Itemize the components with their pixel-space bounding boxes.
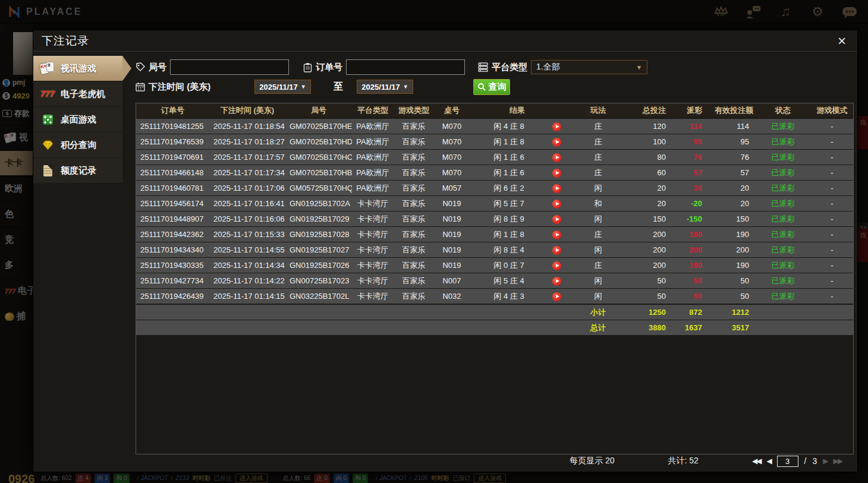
cell-platform: 卡卡湾厅 xyxy=(352,245,394,255)
dialog-title: 下注记录 xyxy=(33,33,89,49)
cell-time: 2025-11-17 01:14:34 xyxy=(209,261,285,270)
replay-cell xyxy=(548,152,565,162)
cell-valid_bet: 190 xyxy=(712,261,756,270)
prev-page-icon[interactable]: ◀ xyxy=(766,457,770,465)
tag-icon xyxy=(136,62,145,72)
cell-payout: -150 xyxy=(672,214,712,223)
sidebar-item-video-games[interactable]: K♥ 9 视讯游戏 xyxy=(33,56,122,81)
replay-button[interactable] xyxy=(552,292,561,301)
cell-mode: - xyxy=(810,261,854,270)
cell-result: 闲 0 庄 7 xyxy=(470,260,548,271)
close-icon[interactable]: × xyxy=(835,34,849,48)
cell-order: 251117019434340 xyxy=(136,245,209,254)
last-page-icon[interactable]: ▶▶ xyxy=(834,457,842,465)
sidebar-item-slots[interactable]: 777 电子老虎机 xyxy=(33,81,122,106)
cell-play_type: 庄 xyxy=(565,152,631,163)
replay-button[interactable] xyxy=(552,184,561,193)
cell-time: 2025-11-17 01:17:34 xyxy=(209,168,285,177)
cell-time: 2025-11-17 01:14:22 xyxy=(209,276,285,285)
cell-payout: 114 xyxy=(672,122,712,131)
cell-payout: 76 xyxy=(672,153,712,162)
cell-order: 251117019470691 xyxy=(136,153,209,162)
replay-button[interactable] xyxy=(552,138,561,147)
platform-type-select[interactable]: 1.全部 ▼ xyxy=(531,60,647,74)
cell-valid_bet: 76 xyxy=(712,153,756,162)
replay-button[interactable] xyxy=(552,200,561,209)
next-page-icon[interactable]: ▶ xyxy=(823,457,827,465)
total-total-bet: 3880 xyxy=(631,323,672,332)
replay-button[interactable] xyxy=(552,261,561,270)
cell-time: 2025-11-17 01:14:55 xyxy=(209,245,285,254)
replay-button[interactable] xyxy=(552,122,561,131)
calendar-icon xyxy=(136,82,145,91)
sidebar-item-table-games[interactable]: 桌面游戏 xyxy=(33,107,122,132)
playing-cards-icon: K♥ 9 xyxy=(39,61,56,75)
to-label: 至 xyxy=(311,81,343,93)
cell-total_bet: 50 xyxy=(631,276,672,285)
cell-status: 已派彩 xyxy=(756,183,810,194)
replay-cell xyxy=(548,291,565,301)
replay-button[interactable] xyxy=(552,153,561,162)
cell-result: 闲 5 庄 7 xyxy=(470,198,548,209)
cell-time: 2025-11-17 01:17:06 xyxy=(209,184,285,192)
cell-mode: - xyxy=(810,276,854,285)
cell-order: 251117019456174 xyxy=(136,199,209,208)
cell-mode: - xyxy=(810,184,854,192)
cell-status: 已派彩 xyxy=(756,152,810,163)
replay-button[interactable] xyxy=(552,277,561,286)
table-row: 2511170194264392025-11-17 01:14:15GN0322… xyxy=(136,289,853,304)
first-page-icon[interactable]: ◀◀ xyxy=(752,457,760,465)
cell-valid_bet: 200 xyxy=(712,245,756,254)
replay-button[interactable] xyxy=(552,169,561,178)
dialog-footer: 每页显示 20 共计: 52 ◀◀ ◀ 3 / 3 ▶ ▶▶ xyxy=(33,455,842,467)
replay-button[interactable] xyxy=(552,246,561,255)
round-number-input[interactable] xyxy=(170,59,289,75)
subtotal-label: 小计 xyxy=(565,307,631,318)
subtotal-valid-bet: 1212 xyxy=(712,308,756,317)
sidebar-item-credit-records[interactable]: 额度记录 xyxy=(33,158,122,183)
date-from-select[interactable]: 2025/11/17 ▼ xyxy=(254,80,311,94)
table-row: 2511170194561742025-11-17 01:16:41GN0192… xyxy=(136,196,853,211)
replay-button[interactable] xyxy=(552,231,561,239)
col-valid-bet: 有效投注额 xyxy=(712,105,756,116)
table-row: 2511170194607812025-11-17 01:17:06GM0572… xyxy=(136,181,853,195)
cell-payout: 50 xyxy=(672,276,712,285)
cell-payout: 190 xyxy=(672,230,712,239)
col-platform: 平台类型 xyxy=(352,105,394,116)
platform-list-icon xyxy=(478,62,488,72)
table-row: 2511170194489072025-11-17 01:16:06GN0192… xyxy=(136,211,853,226)
query-button[interactable]: 查询 xyxy=(473,79,510,95)
date-to-select[interactable]: 2025/11/17 ▼ xyxy=(357,80,413,94)
cell-mode: - xyxy=(810,245,854,254)
table-body: 2511170194812552025-11-17 01:18:54GM0702… xyxy=(136,119,853,304)
cell-play_type: 闲 xyxy=(565,214,631,225)
cell-play_type: 庄 xyxy=(565,137,631,147)
cell-total_bet: 20 xyxy=(631,184,672,192)
cell-play_type: 庄 xyxy=(565,168,631,178)
col-result: 结果 xyxy=(470,105,565,116)
cell-game: 百家乐 xyxy=(394,245,434,255)
cell-platform: PA欧洲厅 xyxy=(352,152,394,163)
cell-table_no: N007 xyxy=(434,276,470,285)
cell-game: 百家乐 xyxy=(394,121,434,132)
cell-time: 2025-11-17 01:17:57 xyxy=(209,153,285,162)
replay-cell xyxy=(548,214,565,223)
cell-game: 百家乐 xyxy=(394,276,434,286)
dialog-sidebar: K♥ 9 视讯游戏 777 电子老虎机 桌面游戏 积分查询 xyxy=(33,56,122,184)
order-number-input[interactable] xyxy=(346,59,465,75)
cell-status: 已派彩 xyxy=(756,121,810,132)
page-total-label: 3 xyxy=(813,456,817,466)
cell-order: 251117019442362 xyxy=(136,230,209,239)
cell-platform: PA欧洲厅 xyxy=(352,121,394,132)
cell-play_type: 庄 xyxy=(565,121,631,132)
col-order: 订单号 xyxy=(136,105,209,116)
col-game-mode: 游戏模式 xyxy=(810,105,854,116)
replay-button[interactable] xyxy=(552,215,561,224)
cell-valid_bet: 50 xyxy=(712,276,756,285)
page-number-input[interactable]: 3 xyxy=(777,456,798,467)
sidebar-item-points-query[interactable]: 积分查询 xyxy=(33,132,122,157)
table-header-row: 订单号 下注时间 (美东) 局号 平台类型 游戏类型 桌号 结果 玩法 总投注 … xyxy=(136,103,853,118)
cell-valid_bet: 95 xyxy=(712,137,756,146)
col-status: 状态 xyxy=(756,105,810,116)
cell-payout: 190 xyxy=(672,261,712,270)
